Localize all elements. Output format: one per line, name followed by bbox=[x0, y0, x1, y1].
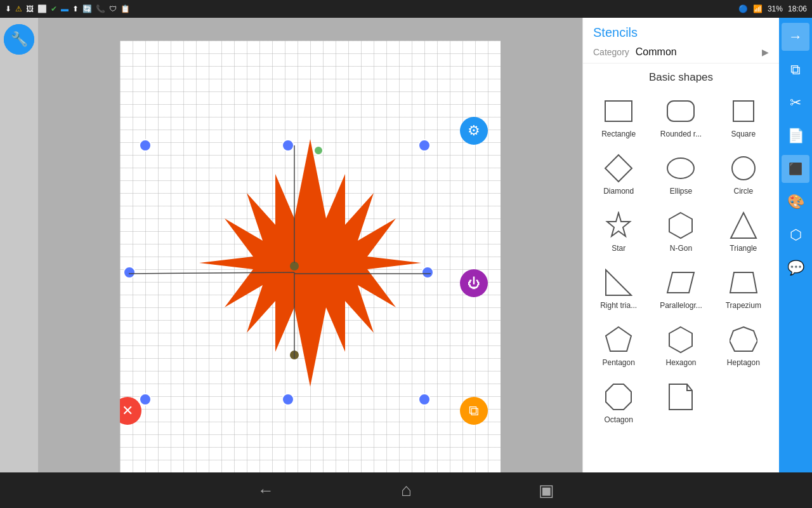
recent-button[interactable]: ▣ bbox=[539, 481, 554, 500]
scissors-icon: ✂ bbox=[790, 95, 801, 111]
shape-trapezium[interactable]: Trapezium bbox=[713, 260, 774, 316]
star-shape[interactable] bbox=[177, 130, 443, 396]
shape-rectangle[interactable]: Rectangle bbox=[588, 89, 649, 145]
delete-button[interactable]: ✕ bbox=[120, 397, 141, 425]
dropdown-arrow-icon: ▶ bbox=[762, 47, 769, 57]
triangle-icon bbox=[728, 210, 759, 241]
doc-button[interactable]: 📄 bbox=[782, 122, 809, 150]
refresh-icon: 🔄 bbox=[82, 4, 92, 13]
svg-marker-0 bbox=[199, 139, 421, 387]
gear-icon: ⚙ bbox=[468, 123, 480, 139]
shape-octagon[interactable]: Octagon bbox=[588, 375, 649, 431]
handle-center[interactable] bbox=[290, 262, 299, 271]
shape-diamond[interactable]: Diamond bbox=[588, 146, 649, 202]
panel-toggle-button[interactable]: → bbox=[782, 23, 809, 51]
copy-button[interactable]: ⧉ bbox=[460, 397, 488, 425]
left-sidebar: ↺ 🔧 bbox=[0, 18, 38, 508]
handle-middle-right[interactable] bbox=[421, 266, 434, 279]
gear-button[interactable]: ⚙ bbox=[460, 117, 488, 145]
upload-icon: ⬆ bbox=[72, 4, 79, 13]
download-icon: ⬇ bbox=[5, 4, 11, 13]
back-button[interactable]: ← bbox=[258, 481, 274, 500]
handle-top-right[interactable] bbox=[418, 139, 431, 152]
svg-rect-7 bbox=[733, 101, 754, 121]
shape-parallelogram[interactable]: Parallelogr... bbox=[650, 260, 711, 316]
handle-bottom-center[interactable] bbox=[282, 393, 294, 406]
shape-star[interactable]: Star bbox=[588, 203, 649, 259]
svg-point-10 bbox=[732, 157, 755, 180]
handle-top-center[interactable] bbox=[282, 139, 294, 152]
handle-rotate[interactable] bbox=[313, 145, 324, 156]
shape-label-ellipse: Ellipse bbox=[670, 187, 692, 196]
duplicate-button[interactable]: ⧉ bbox=[782, 56, 809, 84]
right-actionbar: → ⧉ ✂ 📄 ⬛ 🎨 ⬡ 💬 📂 bbox=[779, 18, 812, 508]
handle-bottom-right[interactable] bbox=[418, 393, 431, 406]
shape-label-diamond: Diamond bbox=[603, 187, 634, 196]
heptagon-icon bbox=[728, 324, 759, 356]
shape-square[interactable]: Square bbox=[713, 89, 774, 145]
handle-control[interactable] bbox=[290, 351, 299, 359]
category-label: Category bbox=[593, 47, 629, 57]
ellipse-icon bbox=[665, 152, 697, 184]
shape-rounded-r[interactable]: Rounded r... bbox=[650, 89, 711, 145]
shape-label-parallelogram: Parallelogr... bbox=[660, 301, 702, 310]
handle-top-left[interactable] bbox=[139, 139, 152, 152]
svg-marker-8 bbox=[605, 155, 632, 182]
shape-label-octagon: Octagon bbox=[604, 415, 632, 424]
nodes-icon: ⬡ bbox=[790, 227, 802, 243]
rectangle-icon bbox=[603, 95, 634, 127]
shape-label-star: Star bbox=[612, 244, 625, 253]
shape-label-right-tri: Right tria... bbox=[600, 301, 637, 310]
right-triangle-icon bbox=[603, 267, 634, 298]
handle-bottom-left[interactable] bbox=[139, 393, 152, 406]
shape-hexagon[interactable]: Hexagon bbox=[650, 318, 711, 373]
image-icon: 🖼 bbox=[26, 4, 34, 13]
category-row[interactable]: Category Common ▶ bbox=[593, 46, 769, 58]
nodes-button[interactable]: ⬡ bbox=[782, 221, 809, 249]
circle-icon bbox=[728, 152, 759, 184]
shape-triangle[interactable]: Triangle bbox=[713, 203, 774, 259]
puzzle-button[interactable]: ⬛ bbox=[782, 155, 809, 183]
svg-marker-17 bbox=[606, 327, 631, 351]
svg-marker-14 bbox=[606, 270, 631, 295]
pentagon-icon bbox=[603, 324, 634, 356]
speech-button[interactable]: 💬 bbox=[782, 254, 809, 282]
main-layout: ↺ 🔧 bbox=[0, 18, 812, 508]
scissors-button[interactable]: ✂ bbox=[782, 89, 809, 117]
square-icon bbox=[728, 95, 759, 127]
shape-heptagon[interactable]: Heptagon bbox=[713, 318, 774, 373]
delete-icon: ✕ bbox=[122, 403, 133, 419]
shield-icon: 🛡 bbox=[109, 4, 117, 13]
shape-ngon[interactable]: N-Gon bbox=[650, 203, 711, 259]
status-icons-right: 🔵 📶 31% 18:06 bbox=[738, 4, 807, 13]
svg-marker-15 bbox=[667, 272, 694, 293]
rounded-rect-icon bbox=[665, 95, 697, 127]
section-title: Basic shapes bbox=[583, 64, 779, 89]
shape-right-tri[interactable]: Right tria... bbox=[588, 260, 649, 316]
home-button[interactable]: ⌂ bbox=[401, 480, 412, 500]
palette-button[interactable]: 🎨 bbox=[782, 188, 809, 216]
canvas-grid[interactable]: ⚙ ⏻ ✕ ⧉ bbox=[120, 41, 501, 485]
duplicate-icon: ⧉ bbox=[790, 62, 801, 78]
shape-label-pentagon: Pentagon bbox=[602, 358, 634, 367]
shape-circle[interactable]: Circle bbox=[713, 146, 774, 202]
svg-marker-12 bbox=[669, 213, 692, 238]
svg-marker-18 bbox=[669, 327, 692, 352]
trapezium-icon bbox=[728, 267, 759, 298]
shape-ellipse[interactable]: Ellipse bbox=[650, 146, 711, 202]
power-button[interactable]: ⏻ bbox=[460, 269, 488, 297]
shape-pentagon[interactable]: Pentagon bbox=[588, 318, 649, 373]
svg-rect-5 bbox=[605, 101, 632, 121]
screen-icon: ⬜ bbox=[37, 4, 47, 13]
settings-button[interactable]: 🔧 bbox=[4, 24, 34, 55]
shape-label-rounded: Rounded r... bbox=[660, 130, 702, 138]
handle-middle-left[interactable] bbox=[123, 266, 136, 279]
stencil-title: Stencils bbox=[593, 25, 769, 40]
status-bar: ⬇ ⚠ 🖼 ⬜ ✔ ▬ ⬆ 🔄 📞 🛡 📋 🔵 📶 31% 18:06 bbox=[0, 0, 812, 18]
wifi-icon: 📶 bbox=[753, 4, 763, 13]
card-icon: ▬ bbox=[61, 4, 69, 13]
shape-document[interactable] bbox=[650, 375, 711, 431]
svg-marker-20 bbox=[606, 384, 631, 410]
svg-marker-19 bbox=[730, 327, 757, 351]
doc-icon: 📄 bbox=[787, 128, 804, 144]
